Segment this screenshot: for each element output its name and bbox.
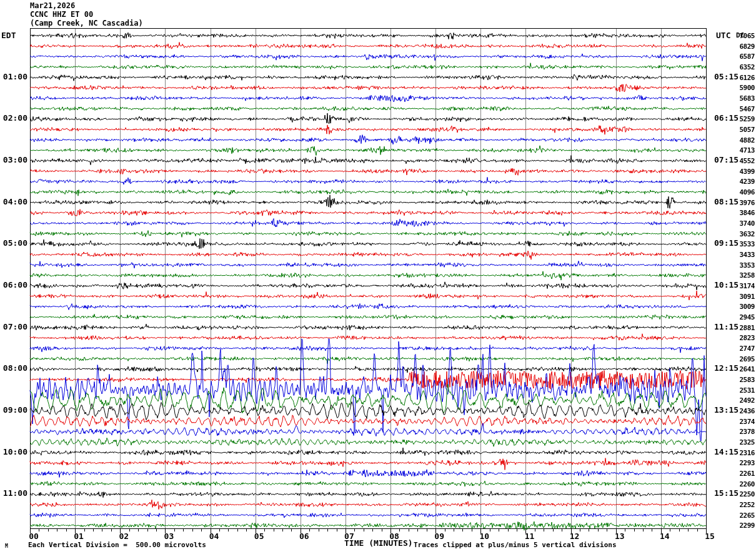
x-axis-tick-label: 12 <box>565 532 584 540</box>
dc-offset-value: 3740 <box>730 220 755 227</box>
dc-offset-value: 2531 <box>730 387 755 394</box>
x-axis-tick-label: 11 <box>520 532 539 540</box>
dc-offset-value: 3009 <box>730 303 755 310</box>
dc-offset-value: 3846 <box>730 209 755 216</box>
corner-mark: M <box>5 544 8 549</box>
x-axis-tick-label: 04 <box>205 532 224 540</box>
seismogram-canvas <box>0 0 756 554</box>
clip-note: Traces clipped at plus/minus 5 vertical … <box>414 541 617 548</box>
dc-offset-value: 3433 <box>730 251 755 258</box>
dc-offset-value: 2260 <box>730 481 755 488</box>
dc-offset-value: 2299 <box>730 522 755 529</box>
x-axis-title: TIME (MINUTES) <box>344 539 413 547</box>
dc-offset-value: 2265 <box>730 512 755 519</box>
right-axis-header: UTC <box>716 31 730 39</box>
dc-offset-value: 5900 <box>730 84 755 91</box>
dc-offset-value: 2250 <box>730 491 755 498</box>
edt-hour-label: 03:00 <box>0 156 27 164</box>
dc-offset-value: 4096 <box>730 189 755 196</box>
edt-hour-label: 10:00 <box>0 448 27 456</box>
dc-offset-value: 3353 <box>730 262 755 269</box>
edt-hour-label: 09:00 <box>0 406 27 414</box>
x-axis-tick-label: 09 <box>430 532 449 540</box>
x-axis-tick-label: 02 <box>114 532 133 540</box>
dc-offset-value: 3174 <box>730 283 755 290</box>
x-axis-tick-label: 13 <box>610 532 629 540</box>
edt-hour-label: 04:00 <box>0 198 27 206</box>
dc-offset-value: 2293 <box>730 460 755 466</box>
dc-offset-value: 6126 <box>730 74 755 81</box>
dc-offset-value: 2378 <box>730 428 755 435</box>
title-date: Mar21,2026 <box>30 2 75 9</box>
x-axis-tick-label: 15 <box>700 532 719 540</box>
dc-offset-value: 2823 <box>730 335 755 341</box>
edt-hour-label: 08:00 <box>0 364 27 372</box>
dc-offset-value: 5057 <box>730 126 755 133</box>
dc-offset-value: 3258 <box>730 272 755 279</box>
x-axis-tick-label: 00 <box>24 532 43 540</box>
x-axis-tick-label: 06 <box>295 532 314 540</box>
x-axis-tick-label: 14 <box>655 532 674 540</box>
edt-hour-label: 06:00 <box>0 281 27 289</box>
dc-offset-value: 2492 <box>730 397 755 404</box>
dc-offset-value: 3091 <box>730 293 755 300</box>
edt-hour-label: 11:00 <box>0 489 27 497</box>
dc-offset-value: 2252 <box>730 501 755 508</box>
dc-offset-value: 2695 <box>730 356 755 363</box>
dc-offset-value: 7065 <box>730 33 755 39</box>
title-station: CCNC HHZ ET 00 <box>30 11 93 18</box>
dc-offset-value: 2316 <box>730 450 755 456</box>
dc-offset-value: 5259 <box>730 116 755 123</box>
dc-offset-value: 2583 <box>730 376 755 383</box>
dc-offset-value: 2945 <box>730 314 755 321</box>
dc-offset-value: 2881 <box>730 325 755 331</box>
title-location: (Camp Creek, NC Cascadia) <box>30 19 143 27</box>
x-axis-tick-label: 03 <box>159 532 178 540</box>
dc-offset-value: 4552 <box>730 158 755 164</box>
x-axis-tick-label: 10 <box>475 532 494 540</box>
dc-offset-value: 4713 <box>730 147 755 154</box>
helicorder-page: Mar21,2026 CCNC HHZ ET 00 (Camp Creek, N… <box>0 0 756 554</box>
edt-hour-label: 07:00 <box>0 323 27 331</box>
edt-hour-label: 02:00 <box>0 114 27 122</box>
scale-note: Each Vertical Division = 500.00 microvol… <box>28 541 206 548</box>
dc-offset-value: 3533 <box>730 241 755 248</box>
dc-offset-value: 2261 <box>730 470 755 477</box>
dc-offset-value: 2374 <box>730 418 755 425</box>
dc-offset-value: 5467 <box>730 106 755 113</box>
dc-offset-value: 6829 <box>730 43 755 50</box>
dc-offset-value: 6352 <box>730 64 755 71</box>
dc-offset-value: 2436 <box>730 408 755 415</box>
left-axis-header: EDT <box>1 31 16 39</box>
dc-offset-value: 2747 <box>730 345 755 352</box>
dc-offset-value: 4239 <box>730 178 755 185</box>
dc-offset-value: 2641 <box>730 366 755 373</box>
dc-offset-value: 6587 <box>730 53 755 60</box>
dc-offset-value: 2325 <box>730 439 755 446</box>
dc-offset-value: 5683 <box>730 95 755 102</box>
dc-offset-value: 3976 <box>730 199 755 206</box>
edt-hour-label: 05:00 <box>0 239 27 247</box>
x-axis-tick-label: 05 <box>250 532 269 540</box>
dc-offset-value: 3632 <box>730 231 755 238</box>
dc-offset-value: 4882 <box>730 137 755 144</box>
edt-hour-label: 01:00 <box>0 73 27 81</box>
x-axis-tick-label: 01 <box>69 532 88 540</box>
dc-offset-value: 4399 <box>730 168 755 175</box>
